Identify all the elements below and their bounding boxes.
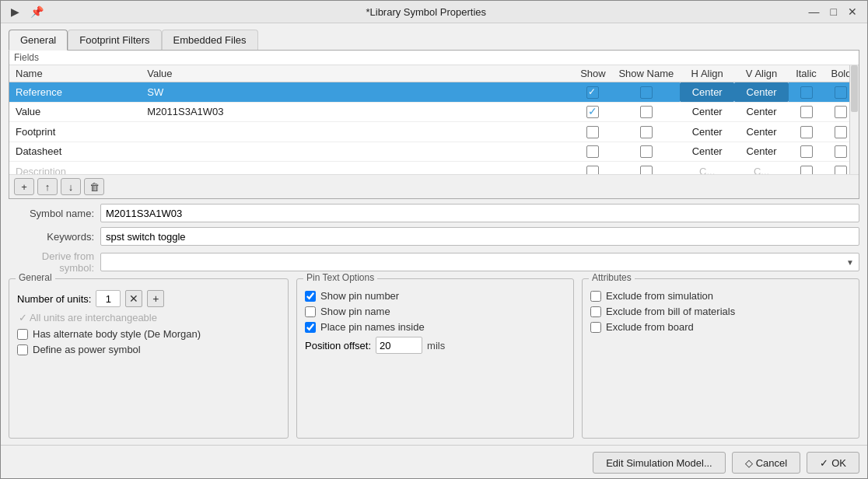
place-pin-names-checkbox[interactable] xyxy=(305,322,316,333)
bold-checkbox[interactable] xyxy=(835,106,847,118)
table-row[interactable]: Description C... C... xyxy=(9,162,859,174)
ok-btn[interactable]: ✓ OK xyxy=(807,452,859,474)
cell-value: M2011S3A1W03 xyxy=(141,102,573,122)
cell-name: Reference xyxy=(9,82,141,103)
italic-checkbox[interactable] xyxy=(800,106,813,118)
pin-text-options: Show pin number Show pin name Place pin … xyxy=(305,290,565,354)
cancel-btn[interactable]: ◇ Cancel xyxy=(732,452,800,474)
show-pin-number-label: Show pin number xyxy=(320,290,399,302)
show-pin-name-checkbox[interactable] xyxy=(305,306,316,317)
has-alternate-checkbox[interactable] xyxy=(17,329,28,340)
fields-header-row: Name Value Show Show Name H Align V Alig… xyxy=(9,65,859,82)
show-checkbox[interactable] xyxy=(586,126,599,138)
exclude-simulation-checkbox[interactable] xyxy=(590,291,601,302)
symbol-name-input[interactable] xyxy=(100,204,859,222)
num-units-input[interactable] xyxy=(96,290,121,307)
dialog-content: General Footprint Filters Embedded Files… xyxy=(1,23,867,445)
exclude-bom-checkbox[interactable] xyxy=(590,306,601,317)
cell-show-name[interactable] xyxy=(612,82,680,103)
define-power-checkbox[interactable] xyxy=(17,344,28,355)
maximize-btn[interactable]: □ xyxy=(827,4,841,19)
exclude-board-row: Exclude from board xyxy=(590,321,851,333)
cell-italic[interactable] xyxy=(789,82,824,103)
tab-footprint[interactable]: Footprint Filters xyxy=(68,30,161,51)
exclude-bom-label: Exclude from bill of materials xyxy=(606,306,735,317)
show-pin-name-label: Show pin name xyxy=(320,306,390,317)
minimize-btn[interactable]: — xyxy=(805,4,824,19)
bottom-sections: General Number of units: ✕ + ✓ All units… xyxy=(9,278,859,439)
tab-general[interactable]: General xyxy=(9,30,68,51)
bold-checkbox[interactable] xyxy=(835,145,847,158)
table-row[interactable]: Footprint Center Center xyxy=(9,122,859,142)
show-checkbox[interactable] xyxy=(586,106,599,118)
cell-show[interactable]: ✓ xyxy=(573,82,612,103)
show-pin-number-checkbox[interactable] xyxy=(305,291,316,302)
cell-show[interactable] xyxy=(573,102,612,122)
show-checkbox[interactable] xyxy=(586,145,599,158)
num-units-increase-btn[interactable]: + xyxy=(147,290,164,307)
num-units-decrease-btn[interactable]: ✕ xyxy=(125,290,142,307)
show-pin-number-row: Show pin number xyxy=(305,290,565,302)
attributes-group-title: Attributes xyxy=(589,272,635,283)
move-down-btn[interactable]: ↓ xyxy=(61,178,81,195)
num-units-row: Number of units: ✕ + xyxy=(17,290,280,307)
cell-name: Description xyxy=(9,162,141,174)
cell-show[interactable] xyxy=(573,142,612,162)
place-pin-names-label: Place pin names inside xyxy=(320,321,425,333)
cell-h-align: Center xyxy=(680,82,734,103)
tool-pin-btn[interactable]: 📌 xyxy=(26,4,47,19)
cell-show-name[interactable] xyxy=(612,162,680,174)
tab-embedded[interactable]: Embedded Files xyxy=(162,30,258,51)
exclude-simulation-label: Exclude from simulation xyxy=(606,290,713,302)
italic-checkbox[interactable] xyxy=(800,166,813,174)
position-offset-input[interactable] xyxy=(376,337,422,354)
cell-italic[interactable] xyxy=(789,122,824,142)
table-row[interactable]: Value M2011S3A1W03 Center Center xyxy=(9,102,859,122)
italic-checkbox[interactable] xyxy=(800,86,813,99)
delete-field-btn[interactable]: 🗑 xyxy=(84,178,104,195)
tool-run-btn[interactable]: ▶ xyxy=(7,4,23,19)
place-pin-names-row: Place pin names inside xyxy=(305,321,565,333)
cell-show-name[interactable] xyxy=(612,122,680,142)
col-h-align: H Align xyxy=(680,65,734,82)
table-row[interactable]: Datasheet Center Center xyxy=(9,142,859,162)
show-checkbox[interactable] xyxy=(586,166,599,174)
cell-show[interactable] xyxy=(573,162,612,174)
show-name-checkbox[interactable] xyxy=(640,106,653,118)
ok-label: OK xyxy=(831,457,846,469)
close-btn[interactable]: ✕ xyxy=(844,4,861,19)
cell-italic[interactable] xyxy=(789,162,824,174)
derive-dropdown[interactable]: ▼ xyxy=(100,253,859,271)
keywords-row: Keywords: xyxy=(9,227,859,246)
cell-h-align: Center xyxy=(680,142,734,162)
edit-sim-model-btn[interactable]: Edit Simulation Model... xyxy=(593,452,726,474)
bold-checkbox[interactable] xyxy=(835,166,847,174)
italic-checkbox[interactable] xyxy=(800,145,813,158)
scrollbar-thumb[interactable] xyxy=(851,65,858,112)
bold-checkbox[interactable] xyxy=(835,126,847,138)
italic-checkbox[interactable] xyxy=(800,126,813,138)
show-name-checkbox[interactable] xyxy=(640,126,653,138)
window-controls: — □ ✕ xyxy=(805,4,861,19)
bold-checkbox[interactable] xyxy=(835,86,847,99)
col-show: Show xyxy=(573,65,612,82)
cell-show-name[interactable] xyxy=(612,142,680,162)
add-field-btn[interactable]: + xyxy=(14,178,34,195)
cell-show-name[interactable] xyxy=(612,102,680,122)
show-name-checkbox[interactable] xyxy=(640,166,653,174)
cell-italic[interactable] xyxy=(789,142,824,162)
cell-italic[interactable] xyxy=(789,102,824,122)
show-checkbox[interactable]: ✓ xyxy=(586,86,599,99)
cell-v-align: Center xyxy=(734,122,789,142)
show-name-checkbox[interactable] xyxy=(640,145,653,158)
keywords-input[interactable] xyxy=(100,227,859,246)
exclude-board-checkbox[interactable] xyxy=(590,322,601,333)
symbol-name-row: Symbol name: xyxy=(9,204,859,222)
table-row[interactable]: Reference SW ✓ Center Center xyxy=(9,82,859,103)
move-up-btn[interactable]: ↑ xyxy=(37,178,58,195)
fields-scrollbar[interactable] xyxy=(849,65,859,174)
cell-show[interactable] xyxy=(573,122,612,142)
show-name-checkbox[interactable] xyxy=(640,86,653,99)
pin-text-group: Pin Text Options Show pin number Show pi… xyxy=(296,278,574,439)
attributes-options: Exclude from simulation Exclude from bil… xyxy=(590,290,851,333)
